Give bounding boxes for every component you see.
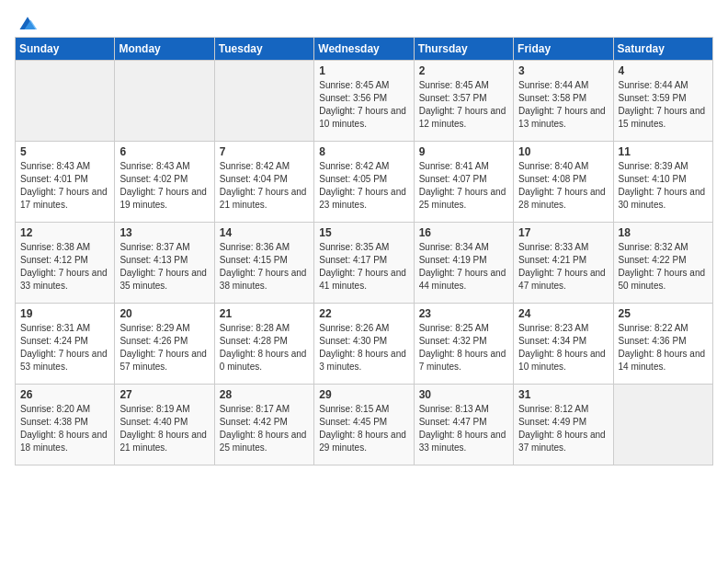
day-number: 18 (619, 226, 708, 239)
day-number: 20 (119, 307, 209, 320)
day-cell-11: 11Sunrise: 8:39 AM Sunset: 4:10 PM Dayli… (613, 142, 712, 223)
day-info: Sunrise: 8:23 AM Sunset: 4:34 PM Dayligh… (518, 322, 608, 373)
day-number: 3 (518, 64, 608, 77)
day-cell-15: 15Sunrise: 8:35 AM Sunset: 4:17 PM Dayli… (314, 223, 414, 304)
day-cell-29: 29Sunrise: 8:15 AM Sunset: 4:45 PM Dayli… (314, 385, 414, 465)
day-info: Sunrise: 8:44 AM Sunset: 3:59 PM Dayligh… (619, 79, 708, 131)
day-number: 9 (419, 145, 508, 158)
day-cell-26: 26Sunrise: 8:20 AM Sunset: 4:38 PM Dayli… (16, 385, 115, 465)
day-cell-4: 4Sunrise: 8:44 AM Sunset: 3:59 PM Daylig… (613, 61, 712, 142)
day-cell-17: 17Sunrise: 8:33 AM Sunset: 4:21 PM Dayli… (514, 223, 613, 304)
day-number: 5 (20, 145, 109, 158)
day-number: 28 (220, 388, 309, 401)
day-info: Sunrise: 8:44 AM Sunset: 3:58 PM Dayligh… (518, 79, 608, 131)
day-info: Sunrise: 8:29 AM Sunset: 4:26 PM Dayligh… (119, 322, 209, 373)
day-cell-25: 25Sunrise: 8:22 AM Sunset: 4:36 PM Dayli… (613, 304, 712, 385)
logo-icon (17, 15, 39, 33)
day-number: 1 (319, 64, 408, 77)
day-number: 10 (518, 145, 608, 158)
day-info: Sunrise: 8:32 AM Sunset: 4:22 PM Dayligh… (619, 241, 708, 293)
day-number: 7 (220, 145, 309, 158)
day-cell-20: 20Sunrise: 8:29 AM Sunset: 4:26 PM Dayli… (115, 304, 214, 385)
day-cell-8: 8Sunrise: 8:42 AM Sunset: 4:05 PM Daylig… (314, 142, 414, 223)
day-cell-14: 14Sunrise: 8:36 AM Sunset: 4:15 PM Dayli… (214, 223, 313, 304)
day-info: Sunrise: 8:19 AM Sunset: 4:40 PM Dayligh… (119, 403, 209, 454)
day-number: 29 (319, 388, 408, 401)
day-info: Sunrise: 8:13 AM Sunset: 4:47 PM Dayligh… (419, 403, 508, 454)
weekday-header-monday: Monday (115, 38, 214, 61)
day-cell-24: 24Sunrise: 8:23 AM Sunset: 4:34 PM Dayli… (514, 304, 613, 385)
weekday-header-row: SundayMondayTuesdayWednesdayThursdayFrid… (16, 38, 713, 61)
weekday-header-tuesday: Tuesday (214, 38, 313, 61)
day-info: Sunrise: 8:37 AM Sunset: 4:13 PM Dayligh… (119, 241, 209, 293)
weekday-header-wednesday: Wednesday (314, 38, 414, 61)
day-number: 2 (419, 64, 508, 77)
day-number: 24 (518, 307, 608, 320)
day-number: 25 (619, 307, 708, 320)
day-info: Sunrise: 8:26 AM Sunset: 4:30 PM Dayligh… (319, 322, 408, 373)
page-header (15, 15, 713, 29)
day-number: 30 (419, 388, 508, 401)
day-info: Sunrise: 8:39 AM Sunset: 4:10 PM Dayligh… (619, 160, 708, 212)
day-cell-2: 2Sunrise: 8:45 AM Sunset: 3:57 PM Daylig… (414, 61, 513, 142)
day-number: 11 (619, 145, 708, 158)
weekday-header-thursday: Thursday (414, 38, 513, 61)
empty-cell (214, 61, 313, 142)
day-number: 26 (20, 388, 109, 401)
day-number: 21 (220, 307, 309, 320)
day-number: 23 (419, 307, 508, 320)
day-number: 12 (20, 226, 109, 239)
day-cell-13: 13Sunrise: 8:37 AM Sunset: 4:13 PM Dayli… (115, 223, 214, 304)
day-number: 22 (319, 307, 408, 320)
day-info: Sunrise: 8:43 AM Sunset: 4:02 PM Dayligh… (119, 160, 209, 212)
week-row-5: 26Sunrise: 8:20 AM Sunset: 4:38 PM Dayli… (16, 385, 713, 465)
day-cell-30: 30Sunrise: 8:13 AM Sunset: 4:47 PM Dayli… (414, 385, 513, 465)
day-number: 4 (619, 64, 708, 77)
day-cell-18: 18Sunrise: 8:32 AM Sunset: 4:22 PM Dayli… (613, 223, 712, 304)
day-cell-19: 19Sunrise: 8:31 AM Sunset: 4:24 PM Dayli… (16, 304, 115, 385)
day-cell-23: 23Sunrise: 8:25 AM Sunset: 4:32 PM Dayli… (414, 304, 513, 385)
weekday-header-friday: Friday (514, 38, 613, 61)
empty-cell (115, 61, 214, 142)
day-cell-10: 10Sunrise: 8:40 AM Sunset: 4:08 PM Dayli… (514, 142, 613, 223)
day-cell-3: 3Sunrise: 8:44 AM Sunset: 3:58 PM Daylig… (514, 61, 613, 142)
day-cell-6: 6Sunrise: 8:43 AM Sunset: 4:02 PM Daylig… (115, 142, 214, 223)
week-row-1: 1Sunrise: 8:45 AM Sunset: 3:56 PM Daylig… (16, 61, 713, 142)
day-number: 17 (518, 226, 608, 239)
day-info: Sunrise: 8:45 AM Sunset: 3:56 PM Dayligh… (319, 79, 408, 131)
day-cell-7: 7Sunrise: 8:42 AM Sunset: 4:04 PM Daylig… (214, 142, 313, 223)
empty-cell (16, 61, 115, 142)
day-info: Sunrise: 8:33 AM Sunset: 4:21 PM Dayligh… (518, 241, 608, 293)
day-cell-5: 5Sunrise: 8:43 AM Sunset: 4:01 PM Daylig… (16, 142, 115, 223)
day-number: 31 (518, 388, 608, 401)
day-cell-12: 12Sunrise: 8:38 AM Sunset: 4:12 PM Dayli… (16, 223, 115, 304)
logo (15, 15, 39, 29)
day-cell-28: 28Sunrise: 8:17 AM Sunset: 4:42 PM Dayli… (214, 385, 313, 465)
day-info: Sunrise: 8:41 AM Sunset: 4:07 PM Dayligh… (419, 160, 508, 212)
day-cell-31: 31Sunrise: 8:12 AM Sunset: 4:49 PM Dayli… (514, 385, 613, 465)
day-number: 16 (419, 226, 508, 239)
day-info: Sunrise: 8:38 AM Sunset: 4:12 PM Dayligh… (20, 241, 109, 293)
weekday-header-saturday: Saturday (613, 38, 712, 61)
day-info: Sunrise: 8:36 AM Sunset: 4:15 PM Dayligh… (220, 241, 309, 293)
day-cell-21: 21Sunrise: 8:28 AM Sunset: 4:28 PM Dayli… (214, 304, 313, 385)
day-info: Sunrise: 8:20 AM Sunset: 4:38 PM Dayligh… (20, 403, 109, 454)
day-info: Sunrise: 8:17 AM Sunset: 4:42 PM Dayligh… (220, 403, 309, 454)
day-info: Sunrise: 8:40 AM Sunset: 4:08 PM Dayligh… (518, 160, 608, 212)
day-info: Sunrise: 8:22 AM Sunset: 4:36 PM Dayligh… (619, 322, 708, 373)
day-cell-1: 1Sunrise: 8:45 AM Sunset: 3:56 PM Daylig… (314, 61, 414, 142)
day-cell-22: 22Sunrise: 8:26 AM Sunset: 4:30 PM Dayli… (314, 304, 414, 385)
day-info: Sunrise: 8:42 AM Sunset: 4:05 PM Dayligh… (319, 160, 408, 212)
week-row-3: 12Sunrise: 8:38 AM Sunset: 4:12 PM Dayli… (16, 223, 713, 304)
week-row-2: 5Sunrise: 8:43 AM Sunset: 4:01 PM Daylig… (16, 142, 713, 223)
empty-cell (613, 385, 712, 465)
day-info: Sunrise: 8:43 AM Sunset: 4:01 PM Dayligh… (20, 160, 109, 212)
calendar-table: SundayMondayTuesdayWednesdayThursdayFrid… (15, 37, 713, 465)
day-info: Sunrise: 8:34 AM Sunset: 4:19 PM Dayligh… (419, 241, 508, 293)
day-number: 13 (119, 226, 209, 239)
day-number: 27 (119, 388, 209, 401)
day-number: 6 (119, 145, 209, 158)
day-cell-16: 16Sunrise: 8:34 AM Sunset: 4:19 PM Dayli… (414, 223, 513, 304)
day-number: 15 (319, 226, 408, 239)
day-number: 14 (220, 226, 309, 239)
